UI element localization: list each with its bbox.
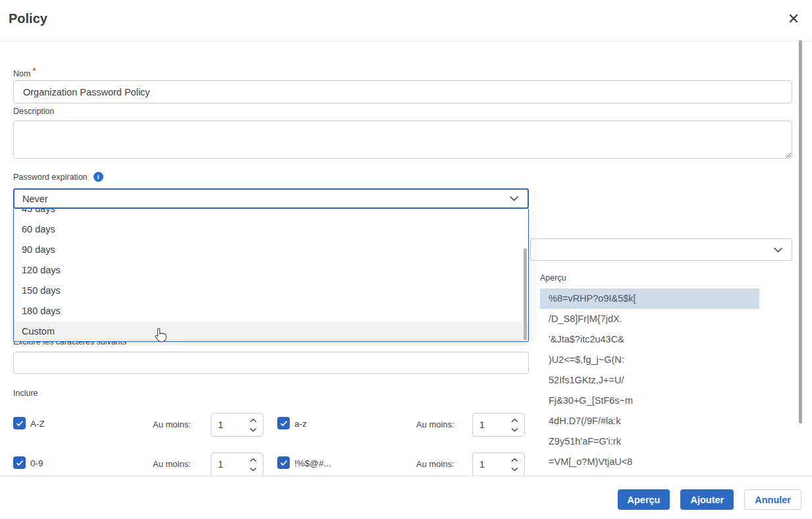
expiration-select[interactable]: Never (13, 188, 529, 209)
option-180-days[interactable]: 180 days (14, 301, 528, 321)
expiration-label: Password expiration (13, 173, 88, 182)
info-icon[interactable]: i (94, 172, 103, 182)
stepper-up-icon[interactable] (250, 418, 257, 423)
check-icon (16, 460, 24, 466)
stepper-up-icon[interactable] (250, 458, 257, 462)
uppercase-min-stepper[interactable]: 1 (211, 413, 263, 437)
expiration-dropdown-list: 45 days 60 days 90 days 120 days 150 day… (13, 209, 529, 342)
required-marker: * (32, 66, 36, 76)
checkbox-digits-label: 0-9 (30, 458, 43, 468)
page-title: Policy (9, 11, 47, 26)
password-preview-list: %8=vRHP?o9I&5$k[ /D_S8]Fr|M{7jdX. '&Jta$… (540, 288, 759, 472)
stepper-down-icon[interactable] (511, 467, 518, 472)
stepper-up-icon[interactable] (511, 418, 518, 423)
option-45-days[interactable]: 45 days (14, 209, 528, 219)
password-preview-item: =VM[_o?M)VtjaU<8 (540, 452, 759, 472)
option-90-days[interactable]: 90 days (14, 240, 528, 260)
checkbox-uppercase-label: A-Z (30, 419, 45, 429)
dropdown-scrollbar-thumb[interactable] (524, 248, 527, 340)
checkbox-lowercase-label: a-z (294, 419, 307, 429)
name-label: Nom* (13, 66, 36, 79)
preview-button[interactable]: Aperçu (618, 489, 670, 510)
option-120-days[interactable]: 120 days (14, 260, 528, 281)
special-min-stepper[interactable]: 1 (472, 452, 525, 476)
cancel-button[interactable]: Annuler (744, 489, 801, 510)
stepper-down-icon[interactable] (250, 467, 257, 472)
exclude-input[interactable] (13, 352, 529, 374)
password-preview-item: )U2<=$,fg_j~G(N: (540, 350, 759, 370)
chevron-down-icon (509, 196, 519, 202)
stepper-down-icon[interactable] (511, 427, 518, 432)
password-preview-item: '&Jta$?itc2u43C& (540, 329, 759, 350)
add-button[interactable]: Ajouter (680, 489, 734, 510)
lowercase-min-stepper[interactable]: 1 (472, 413, 525, 437)
password-preview-item: 52Ifs1GKtz,J+=U/ (540, 370, 759, 391)
checkbox-lowercase[interactable] (277, 417, 290, 429)
expiration-selected-value: Never (14, 194, 509, 204)
min-label: Au moins: (416, 459, 454, 469)
policy-dialog: Policy ✕ Nom* Description Password expir… (0, 0, 812, 519)
description-label: Description (13, 107, 55, 116)
stepper-up-icon[interactable] (511, 458, 518, 462)
checkbox-special-label: !%$@#... (294, 458, 331, 468)
name-input[interactable] (13, 80, 792, 103)
password-preview-item: Fj&30+G_[StF6s~m (540, 391, 759, 411)
include-label: Inclure (13, 389, 38, 398)
checkbox-special[interactable] (277, 456, 290, 469)
password-preview-item: /D_S8]Fr|M{7jdX. (540, 309, 759, 329)
check-icon (280, 460, 288, 466)
stepper-down-icon[interactable] (250, 427, 257, 432)
modal-scrollbar-thumb[interactable] (799, 40, 802, 423)
description-input[interactable] (13, 121, 792, 159)
option-150-days[interactable]: 150 days (14, 281, 528, 301)
dialog-footer: Aperçu Ajouter Annuler (0, 476, 812, 519)
min-label: Au moins: (153, 420, 191, 429)
check-icon (16, 420, 24, 427)
preview-label: Aperçu (540, 273, 566, 283)
expiration-label-row: Password expiration i (13, 172, 103, 182)
password-type-select[interactable] (530, 238, 792, 261)
digits-min-stepper[interactable]: 1 (211, 452, 263, 476)
header-divider (0, 41, 812, 41)
min-label: Au moins: (153, 459, 191, 469)
checkbox-uppercase[interactable] (13, 417, 26, 429)
password-preview-item: 4dH.D7(/9F/#la:k (540, 411, 759, 431)
checkbox-digits[interactable] (13, 456, 26, 469)
option-60-days[interactable]: 60 days (14, 219, 528, 240)
password-preview-item: %8=vRHP?o9I&5$k[ (540, 288, 759, 309)
chevron-down-icon (773, 247, 783, 253)
check-icon (280, 420, 288, 427)
option-custom[interactable]: Custom (14, 321, 528, 342)
password-preview-item: Z9y51h'aF=G'i:rk (540, 431, 759, 452)
close-icon[interactable]: ✕ (784, 9, 803, 29)
min-label: Au moins: (416, 420, 454, 429)
